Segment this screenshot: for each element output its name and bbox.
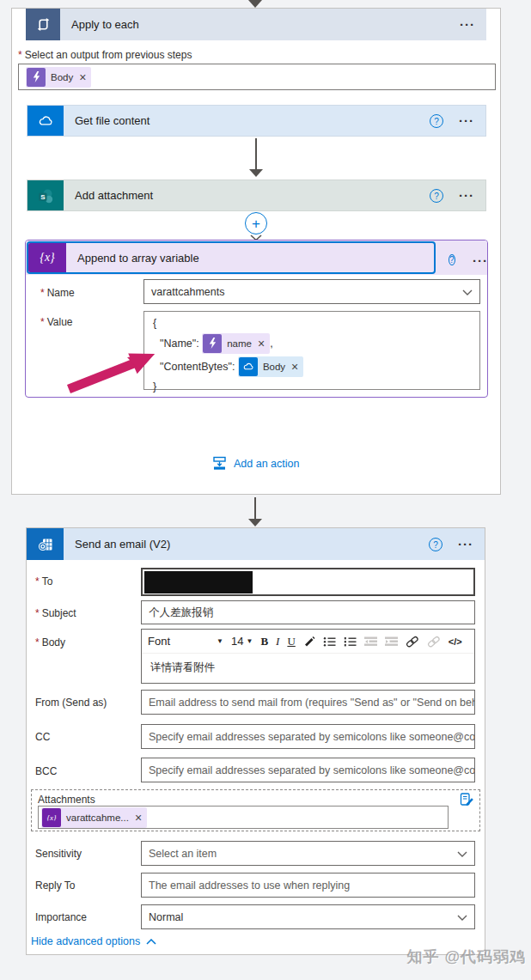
connector-arrow-icon [248,519,262,527]
highlight-pen-icon[interactable] [303,636,315,648]
bullet-list-icon[interactable] [323,636,336,647]
dynamic-content-icon [27,68,46,87]
sharepoint-icon: S [27,180,64,210]
outdent-icon[interactable] [364,636,377,647]
unlink-icon[interactable] [427,636,441,648]
connector-line [255,138,257,169]
send-email-card: Send an email (V2) ? ··· *To *Subject 个人… [26,527,485,955]
add-attachment-card[interactable]: S Add attachment ? ··· [27,180,486,211]
from-label: From (Send as) [35,697,107,709]
append-menu-button[interactable]: ··· [473,253,488,269]
connector-arrow-icon [248,0,262,8]
sensitivity-value: Select an item [149,848,217,860]
bold-button[interactable]: B [260,635,268,648]
chevron-down-icon [457,911,467,923]
apply-to-each-loop-icon [26,9,60,40]
connector-line [254,497,256,520]
font-family-select[interactable]: Font▼ [148,635,223,648]
subject-input[interactable]: 个人差旅报销 [141,600,475,624]
help-icon[interactable]: ? [429,538,442,551]
variable-icon: {x} [42,808,61,827]
remove-token-icon[interactable]: × [258,338,265,350]
output-token-pill[interactable]: Body × [26,67,91,88]
attachments-token-label: varattcahme... [66,813,129,823]
body-editor[interactable]: Font▼ 14▼ B I U [141,629,475,684]
add-attachment-title: Add attachment [64,189,153,202]
append-header-selected[interactable]: {x} Append to array variable [27,241,436,274]
variable-icon: {x} [28,243,66,272]
apply-to-each-header[interactable]: Apply to each ··· [26,9,486,40]
help-icon[interactable]: ? [430,189,443,203]
annotation-arrow [52,335,172,399]
connector-arrow-icon [249,169,263,177]
svg-text:S: S [40,192,46,200]
switch-to-array-icon[interactable] [459,792,474,807]
name-value: varattcahments [151,286,224,298]
output-token-label: Body [51,72,73,82]
attachments-input[interactable]: {x} varattcahme... × [38,806,449,829]
apply-to-each-title: Apply to each [60,18,139,31]
help-icon[interactable]: ? [430,114,443,128]
bcc-input[interactable]: Specify email addresses separated by sem… [141,758,475,782]
underline-button[interactable]: U [287,635,295,648]
attachments-group: Attachments {x} varattcahme... × [31,789,480,831]
cc-input[interactable]: Specify email addresses separated by sem… [141,724,475,749]
remove-token-icon[interactable]: × [291,361,298,373]
body-text: 详情请看附件 [142,654,474,682]
numbered-list-icon[interactable] [344,636,357,647]
add-an-action-button[interactable]: Add an action [212,456,299,471]
from-placeholder: Email address to send mail from (require… [149,697,475,709]
remove-token-icon[interactable]: × [79,71,86,83]
link-icon[interactable] [406,636,419,648]
replyto-label: Reply To [35,880,75,892]
italic-button[interactable]: I [276,635,279,648]
add-action-icon [212,456,227,471]
to-input[interactable] [141,568,475,596]
json-comma: , [270,338,272,350]
dynamic-content-icon [203,334,222,353]
body-token-label: Body [263,362,285,372]
hide-advanced-options-link[interactable]: Hide advanced options [31,935,156,947]
apply-to-each-menu-button[interactable]: ··· [460,21,475,29]
from-input[interactable]: Email address to send mail from (require… [141,690,475,715]
attachments-token-pill[interactable]: {x} varattcahme... × [41,807,147,828]
json-open-brace: { [153,317,156,329]
remove-token-icon[interactable]: × [135,812,142,824]
font-size-select[interactable]: 14▼ [231,635,253,648]
indent-icon[interactable] [385,636,398,647]
name-dropdown[interactable]: varattcahments [143,279,480,304]
send-email-title: Send an email (V2) [64,538,170,551]
body-label: *Body [35,636,65,648]
onedrive-icon [27,106,64,136]
name-token-label: name [227,338,252,349]
importance-value: Normal [149,911,183,923]
flow-designer-canvas: Apply to each ··· *Select an output from… [0,0,531,980]
sensitivity-dropdown[interactable]: Select an item [141,841,475,866]
body-token-pill[interactable]: Body × [238,356,303,377]
help-icon[interactable]: ? [449,251,455,267]
cc-label: CC [35,731,50,743]
replyto-input[interactable]: The email addresses to use when replying [141,873,475,898]
name-token-pill[interactable]: name × [202,333,270,354]
send-email-menu-button[interactable]: ··· [458,540,473,549]
attachments-label: Attachments [38,794,95,806]
importance-dropdown[interactable]: Normal [141,904,475,929]
watermark: 知乎 @代码弱鸡 [406,947,526,967]
importance-label: Importance [35,911,87,923]
get-file-content-card[interactable]: Get file content ? ··· [27,105,486,137]
code-view-button[interactable]: </> [449,636,462,647]
value-editor[interactable]: { "Name": name × , "ContentBytes": [143,311,480,390]
bcc-placeholder: Specify email addresses separated by sem… [149,764,475,776]
get-file-menu-button[interactable]: ··· [459,117,474,125]
apply-to-each-scope: Apply to each ··· *Select an output from… [11,8,501,495]
send-email-header[interactable]: Send an email (V2) ? ··· [27,528,485,560]
insert-step-button[interactable]: + [245,212,267,234]
to-label: *To [35,575,52,587]
get-file-content-title: Get file content [64,114,150,127]
chevron-down-icon [457,848,467,860]
onedrive-icon [239,357,258,376]
select-output-input[interactable]: Body × [18,64,496,90]
add-attachment-menu-button[interactable]: ··· [459,192,474,200]
add-action-label: Add an action [234,458,299,470]
outlook-icon [27,528,64,560]
